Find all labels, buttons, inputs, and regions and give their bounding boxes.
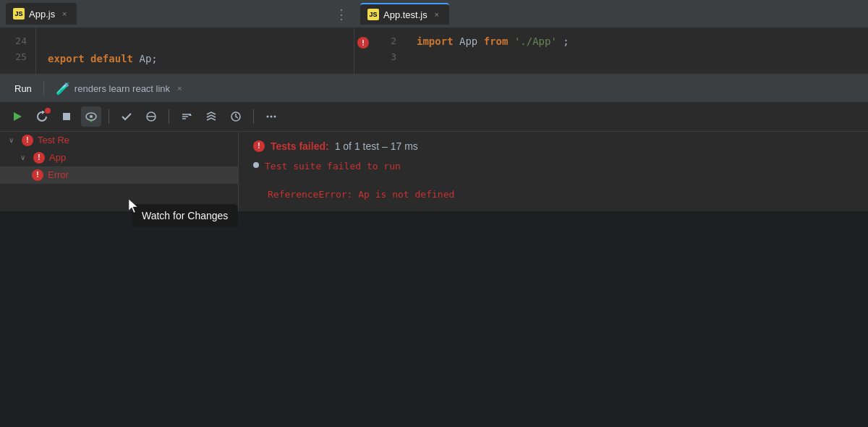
right-editor-content: ! 2 3 import App from './App' ; bbox=[354, 28, 868, 74]
stop-icon bbox=[61, 111, 72, 122]
code-line-3 bbox=[417, 51, 856, 68]
tree-chevron-1: ∨ bbox=[9, 136, 17, 144]
error-badge bbox=[45, 108, 51, 114]
run-label: Run bbox=[14, 83, 32, 94]
output-body: Test suite failed to run ReferenceError:… bbox=[253, 158, 854, 203]
history-icon bbox=[230, 111, 242, 122]
app-js-tab[interactable]: JS App.js × bbox=[6, 3, 77, 25]
tree-error-1: ! bbox=[22, 135, 33, 146]
ref-error-text: ReferenceError: Ap is not defined bbox=[268, 189, 454, 200]
right-tab-bar: JS App.test.js × bbox=[354, 0, 868, 28]
output-panel: ! Tests failed: 1 of 1 test – 17 ms Test… bbox=[239, 132, 868, 212]
left-line-numbers: 24 25 bbox=[0, 28, 36, 74]
tree-chevron-2: ∨ bbox=[20, 153, 29, 161]
tree-error-3: ! bbox=[32, 169, 43, 181]
right-code-content[interactable]: import App from './App' ; bbox=[405, 28, 868, 74]
rerun-failed-button[interactable] bbox=[32, 106, 52, 127]
sort-button[interactable] bbox=[176, 106, 197, 127]
panel-tab-separator bbox=[43, 81, 44, 96]
left-tab-bar: JS App.js × ⋮ bbox=[0, 0, 354, 28]
export-keyword: export bbox=[48, 53, 85, 64]
tree-label-1: Test Re bbox=[38, 135, 69, 145]
panel-main: ∨ ! Test Re ∨ ! App ! Error bbox=[0, 102, 868, 212]
js-icon: JS bbox=[13, 8, 25, 20]
bottom-panel: Run 🧪 renders learn react link × bbox=[0, 75, 868, 212]
left-tab-more[interactable]: ⋮ bbox=[335, 7, 348, 22]
svg-point-2 bbox=[90, 115, 93, 118]
import-keyword: import bbox=[417, 35, 454, 47]
right-tab-close[interactable]: × bbox=[432, 9, 442, 20]
code-line-2: import App from './App' ; bbox=[417, 33, 856, 51]
svg-point-10 bbox=[267, 115, 269, 117]
run-tab[interactable]: Run bbox=[9, 75, 38, 102]
cancel-icon bbox=[145, 111, 157, 122]
left-editor-content: 24 25 export default Ap; bbox=[0, 28, 354, 74]
tests-failed-label: Tests failed: bbox=[271, 140, 329, 152]
left-code-content[interactable]: export default Ap; bbox=[36, 28, 354, 74]
tree-item-test-results[interactable]: ∨ ! Test Re bbox=[0, 132, 238, 149]
left-tab-label: App.js bbox=[29, 9, 55, 20]
check-icon bbox=[121, 111, 132, 122]
history-button[interactable] bbox=[226, 106, 246, 127]
tree-panel: ∨ ! Test Re ∨ ! App ! Error bbox=[0, 132, 239, 212]
default-keyword: default bbox=[90, 53, 133, 64]
toolbar bbox=[0, 102, 868, 132]
bullet-dot-1 bbox=[253, 162, 259, 168]
toolbar-sep-1 bbox=[109, 109, 109, 124]
error-dot-line2: ! bbox=[357, 37, 369, 48]
test-tab-label: renders learn react link bbox=[75, 83, 170, 94]
cancel-button[interactable] bbox=[141, 106, 161, 127]
sort-icon bbox=[181, 111, 192, 122]
tree-item-error[interactable]: ! Error bbox=[0, 166, 238, 184]
right-line-number-2: 2 bbox=[378, 33, 396, 49]
tree-label-3: Error bbox=[48, 169, 69, 180]
right-line-number-3: 3 bbox=[378, 49, 396, 65]
path-string: './App' bbox=[514, 35, 557, 47]
test-results-tab[interactable]: 🧪 renders learn react link × bbox=[50, 75, 190, 102]
tooltip-text: Watch for Changes bbox=[142, 210, 228, 221]
app-test-js-tab[interactable]: JS App.test.js × bbox=[360, 3, 449, 25]
ap-identifier: Ap; bbox=[139, 53, 157, 64]
semicolon: ; bbox=[563, 35, 569, 47]
test-runner-icon: 🧪 bbox=[56, 82, 70, 96]
run-icon bbox=[12, 111, 23, 122]
watch-icon bbox=[85, 111, 97, 122]
output-bullet-1: Test suite failed to run bbox=[253, 158, 854, 174]
editor-left: JS App.js × ⋮ 24 25 export def bbox=[0, 0, 354, 74]
code-line-25: export default Ap; bbox=[48, 51, 342, 68]
error-gutter: ! bbox=[354, 28, 369, 74]
output-error-circle: ! bbox=[253, 140, 265, 152]
right-tab-label: App.test.js bbox=[383, 9, 427, 20]
editor-right: JS App.test.js × ! 2 3 import App bbox=[354, 0, 868, 74]
stop-button[interactable] bbox=[56, 106, 77, 127]
tree-item-app[interactable]: ∨ ! App bbox=[0, 149, 238, 166]
toolbar-sep-3 bbox=[253, 109, 254, 124]
toolbar-sep-2 bbox=[169, 109, 169, 124]
more-icon bbox=[265, 111, 277, 122]
js-test-icon: JS bbox=[367, 9, 379, 20]
check-button[interactable] bbox=[116, 106, 137, 127]
panel-tab-bar: Run 🧪 renders learn react link × bbox=[0, 75, 868, 102]
watch-changes-button[interactable] bbox=[81, 106, 101, 127]
right-line-numbers: 2 3 bbox=[369, 28, 405, 74]
svg-rect-0 bbox=[63, 113, 70, 120]
more-options-button[interactable] bbox=[261, 106, 281, 127]
reference-error: ReferenceError: Ap is not defined bbox=[253, 186, 854, 203]
line-number-24: 24 bbox=[9, 33, 27, 49]
tree-label-2: App bbox=[49, 152, 66, 163]
svg-point-12 bbox=[274, 115, 276, 117]
tree-output-container: ∨ ! Test Re ∨ ! App ! Error bbox=[0, 132, 868, 212]
tests-fail-detail: 1 of 1 test – 17 ms bbox=[335, 140, 418, 152]
output-header: ! Tests failed: 1 of 1 test – 17 ms bbox=[253, 140, 854, 152]
test-tab-close[interactable]: × bbox=[174, 83, 184, 93]
code-line-24 bbox=[48, 33, 342, 51]
panel-content: ∨ ! Test Re ∨ ! App ! Error bbox=[0, 102, 868, 212]
svg-point-11 bbox=[271, 115, 273, 117]
line-number-25: 25 bbox=[9, 49, 27, 65]
test-suite-failed-label: Test suite failed to run bbox=[265, 158, 401, 174]
collapse-button[interactable] bbox=[201, 106, 221, 127]
svg-point-3 bbox=[90, 119, 93, 122]
run-tests-button[interactable] bbox=[7, 106, 27, 127]
left-tab-close[interactable]: × bbox=[59, 9, 69, 19]
app-name: App bbox=[459, 35, 484, 47]
